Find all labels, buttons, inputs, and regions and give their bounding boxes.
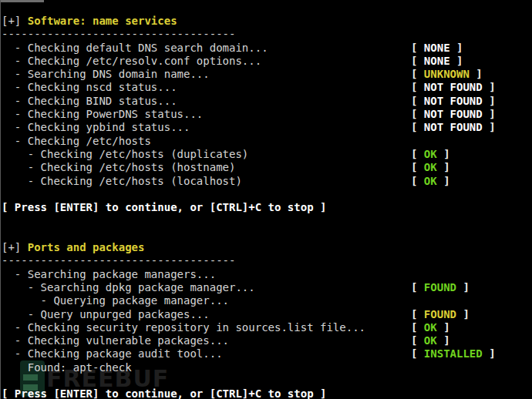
blank-line: [2, 374, 532, 387]
check-line: - Checking nscd status...[ NOT FOUND ]: [2, 81, 532, 94]
status-label: UNKNOWN: [424, 68, 470, 80]
check-line: - Checking /etc/hosts (hostname)[ OK ]: [2, 161, 532, 174]
status-label: OK: [424, 161, 437, 173]
prompt-text: [ Press [ENTER] to continue, or [CTRL]+C…: [2, 201, 326, 213]
line-text: - Checking PowerDNS status...: [2, 108, 203, 120]
status-label: OK: [424, 334, 437, 347]
check-line: - Checking default DNS search domain...[…: [2, 42, 532, 55]
prompt-text: [ Press [ENTER] to continue, or [CTRL]+C…: [2, 387, 326, 399]
section-title: Ports and packages: [28, 241, 145, 253]
status-label: OK: [424, 321, 437, 334]
status-badge: [ NOT FOUND ]: [411, 95, 496, 108]
line-text: Found: apt-check: [2, 361, 132, 374]
terminal-window[interactable]: FREEBUF [+] Software: name services-----…: [0, 0, 532, 399]
status-badge: [ NONE ]: [411, 55, 463, 68]
line-text: ------------------------------------: [2, 28, 235, 40]
status-label: FOUND: [424, 308, 456, 320]
line-text: - Checking vulnerable packages...: [2, 334, 229, 347]
status-badge: [ NOT FOUND ]: [411, 81, 496, 94]
blank-line: [2, 228, 532, 241]
line-text: - Checking nscd status...: [2, 81, 177, 93]
section-prefix: [+]: [2, 15, 28, 27]
check-line: - Checking /etc/hosts (localhost)[ OK ]: [2, 175, 532, 188]
line-text: - Checking BIND status...: [2, 95, 177, 107]
check-line: - Checking PowerDNS status...[ NOT FOUND…: [2, 108, 532, 121]
line-text: - Checking /etc/resolv.conf options...: [2, 55, 261, 67]
check-line: - Checking security repository in source…: [2, 321, 532, 334]
check-line: - Searching DNS domain name...[ UNKNOWN …: [2, 68, 532, 81]
prompt-line: [ Press [ENTER] to continue, or [CTRL]+C…: [2, 201, 532, 214]
line-text: - Checking /etc/hosts: [2, 135, 151, 147]
line-text: - Checking default DNS search domain...: [2, 42, 268, 54]
status-badge: [ OK ]: [411, 334, 450, 347]
section-prefix: [+]: [2, 241, 28, 253]
status-badge: [ NOT FOUND ]: [411, 121, 496, 134]
section-header: [+] Ports and packages: [2, 241, 532, 254]
line-text: ------------------------------------: [2, 254, 235, 267]
section-title: Software: name services: [28, 15, 177, 27]
line-text: - Checking /etc/hosts (duplicates): [2, 148, 248, 160]
status-label: NONE: [424, 42, 450, 54]
prompt-line: [ Press [ENTER] to continue, or [CTRL]+C…: [2, 387, 532, 399]
status-badge: [ UNKNOWN ]: [411, 68, 483, 81]
section-header: [+] Software: name services: [2, 15, 532, 28]
blank-line: [2, 214, 532, 227]
status-badge: [ INSTALLED ]: [411, 347, 496, 360]
check-line: - Query unpurged packages...[ FOUND ]: [2, 308, 532, 321]
line-text: - Checking /etc/hosts (hostname): [2, 161, 235, 173]
line-text: - Query unpurged packages...: [2, 308, 210, 320]
line-text: - Checking ypbind status...: [2, 121, 190, 133]
window-border-left: [0, 0, 1, 399]
line-text: - Searching package managers...: [2, 268, 216, 280]
status-label: FOUND: [424, 281, 456, 293]
line-text: - Searching DNS domain name...: [2, 68, 210, 80]
terminal-output: [+] Software: name services-------------…: [2, 15, 532, 399]
status-badge: [ OK ]: [411, 175, 450, 188]
check-line: - Checking vulnerable packages...[ OK ]: [2, 334, 532, 347]
status-badge: [ OK ]: [411, 321, 450, 334]
status-badge: [ OK ]: [411, 148, 450, 161]
check-line: - Checking ypbind status...[ NOT FOUND ]: [2, 121, 532, 134]
status-label: NONE: [424, 55, 450, 67]
check-line: - Checking /etc/hosts (duplicates)[ OK ]: [2, 148, 532, 161]
text-line: Found: apt-check: [2, 361, 532, 374]
status-label: INSTALLED: [424, 347, 483, 360]
status-label: OK: [424, 148, 437, 160]
line-text: - Checking package audit tool...: [2, 347, 223, 360]
line-text: - Checking security repository in source…: [2, 321, 365, 334]
check-line: - Checking /etc/resolv.conf options...[ …: [2, 55, 532, 68]
status-label: NOT FOUND: [424, 81, 483, 93]
dashed-line: ------------------------------------: [2, 254, 532, 267]
status-badge: [ NOT FOUND ]: [411, 108, 496, 121]
check-line: - Searching dpkg package manager...[ FOU…: [2, 281, 532, 294]
status-badge: [ OK ]: [411, 161, 450, 174]
window-border-top: [0, 0, 44, 2]
status-label: NOT FOUND: [424, 95, 483, 107]
status-label: OK: [424, 175, 437, 187]
text-line: - Querying package manager...: [2, 294, 532, 307]
status-badge: [ FOUND ]: [411, 308, 470, 321]
dashed-line: ------------------------------------: [2, 28, 532, 41]
check-line: - Checking BIND status...[ NOT FOUND ]: [2, 95, 532, 108]
text-line: - Searching package managers...: [2, 268, 532, 281]
blank-line: [2, 188, 532, 201]
line-text: - Searching dpkg package manager...: [2, 281, 255, 293]
status-label: NOT FOUND: [424, 108, 483, 120]
status-label: NOT FOUND: [424, 121, 483, 133]
text-line: - Checking /etc/hosts: [2, 135, 532, 148]
check-line: - Checking package audit tool...[ INSTAL…: [2, 347, 532, 360]
status-badge: [ FOUND ]: [411, 281, 470, 294]
line-text: - Querying package manager...: [2, 294, 229, 307]
status-badge: [ NONE ]: [411, 42, 463, 55]
line-text: - Checking /etc/hosts (localhost): [2, 175, 242, 187]
